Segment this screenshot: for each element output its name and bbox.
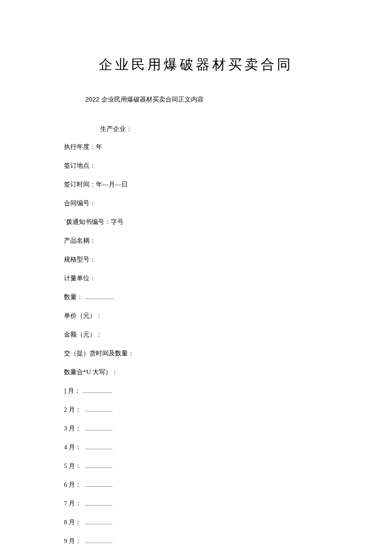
month-7-blank bbox=[85, 500, 112, 506]
month-6-line: 6 月： bbox=[64, 479, 328, 490]
month-7-line: 7 月： bbox=[64, 498, 328, 509]
sign-time-line: 签订时间：年—月—日 bbox=[64, 179, 328, 189]
product-name-line: 产品名耦： bbox=[64, 235, 328, 246]
month-6-blank bbox=[85, 482, 112, 487]
month-4-blank bbox=[85, 444, 112, 449]
month-3-blank bbox=[85, 425, 112, 430]
month-5-blank bbox=[85, 463, 112, 468]
month-6-label: 6 月： bbox=[64, 481, 81, 488]
spec-line: 规格型号： bbox=[64, 254, 328, 264]
month-8-label: 8 月： bbox=[64, 519, 81, 526]
month-4-line: 4 月： bbox=[64, 442, 328, 452]
exec-year-line: 执行年度：年 bbox=[64, 142, 328, 152]
month-7-label: 7 月： bbox=[64, 500, 81, 507]
month-3-line: 3 月： bbox=[64, 423, 328, 433]
subtitle-text: 2022 企业民用爆破器材买卖合同正文内容 bbox=[85, 96, 328, 104]
producer-line: 生产企业： bbox=[100, 125, 328, 133]
quantity-label: 数量： bbox=[64, 293, 83, 300]
month-4-label: 4 月： bbox=[64, 444, 81, 450]
quantity-blank bbox=[85, 294, 115, 299]
month-5-label: 5 月： bbox=[64, 462, 81, 469]
amount-line: 金额（元）： bbox=[64, 329, 328, 340]
month-5-line: 5 月： bbox=[64, 461, 328, 471]
notice-no-line: `拨通知书编号：字号 bbox=[64, 217, 328, 227]
unit-line: 计量单位： bbox=[64, 273, 328, 283]
delivery-line: 交（提）货时间及数量： bbox=[64, 348, 328, 358]
sign-location-line: 签订地点： bbox=[64, 160, 328, 171]
month-9-label: 9 月： bbox=[64, 538, 81, 544]
month-1-label: ] 月： bbox=[64, 387, 81, 394]
price-line: 单价（元）： bbox=[64, 311, 328, 321]
month-1-line: ] 月： bbox=[64, 386, 328, 396]
quantity-line: 数量： bbox=[64, 292, 328, 302]
page-title: 企业民用爆破器材买卖合同 bbox=[64, 55, 328, 74]
month-8-blank bbox=[85, 519, 112, 524]
month-9-blank bbox=[85, 538, 112, 543]
month-3-label: 3 月： bbox=[64, 425, 81, 432]
quantity-sum-line: 数量合*U 大写）： bbox=[64, 367, 328, 377]
month-1-blank bbox=[82, 388, 112, 393]
month-2-line: 2 月： bbox=[64, 404, 328, 415]
month-2-blank bbox=[85, 407, 112, 412]
month-8-line: 8 月： bbox=[64, 517, 328, 527]
month-9-line: 9 月： bbox=[64, 536, 328, 546]
contract-no-line: 合同编号： bbox=[64, 198, 328, 208]
month-2-label: 2 月： bbox=[64, 406, 81, 413]
